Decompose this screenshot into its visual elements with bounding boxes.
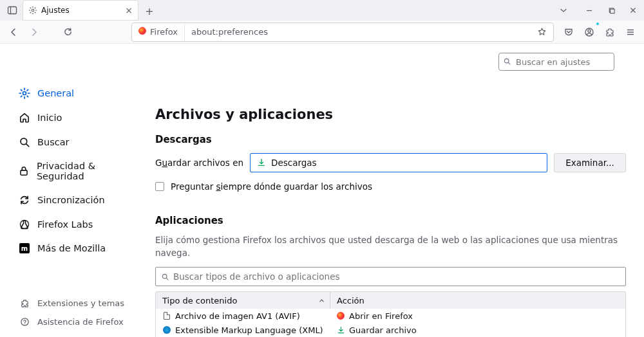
- applications-table: Tipo de contenido Acción Archivo de imag…: [155, 291, 626, 337]
- sidebar-label: Asistencia de Firefox: [37, 317, 124, 327]
- settings-search-input[interactable]: [498, 53, 614, 71]
- identity-label: Firefox: [150, 27, 178, 37]
- table-row[interactable]: Archivo de imagen AV1 (AVIF)Abrir en Fir…: [156, 309, 625, 323]
- url-bar[interactable]: Firefox about:preferences: [131, 23, 554, 42]
- extensions-button[interactable]: [600, 23, 620, 42]
- tabs-dropdown-button[interactable]: [553, 0, 574, 21]
- subsection-applications: Aplicaciones: [155, 215, 626, 226]
- forward-button[interactable]: [24, 23, 44, 42]
- sidebar-label: Extensiones y temas: [37, 298, 124, 308]
- flask-icon: [18, 219, 31, 230]
- save-to-pocket-button[interactable]: [559, 23, 578, 42]
- sync-icon: [18, 194, 31, 206]
- bookmark-star-button[interactable]: [531, 27, 553, 37]
- gear-icon: [18, 87, 31, 99]
- search-icon: [161, 273, 169, 281]
- sidebar-item-home[interactable]: Inicio: [18, 112, 140, 123]
- puzzle-icon: [18, 298, 31, 308]
- tab-title: Ajustes: [41, 6, 70, 15]
- sidebar-item-mozilla[interactable]: m Más de Mozilla: [18, 243, 140, 253]
- browse-button[interactable]: Examinar...: [554, 153, 626, 172]
- sidebar-label: Más de Mozilla: [37, 243, 106, 253]
- close-tab-button[interactable]: ×: [125, 6, 133, 15]
- sidebar-item-labs[interactable]: Firefox Labs: [18, 219, 140, 230]
- settings-sidebar: General Inicio Buscar Privacidad & Segur…: [0, 44, 145, 337]
- sidebar-label: Sincronización: [37, 195, 105, 205]
- file-type-label: Extensible Markup Language (XML): [175, 325, 323, 335]
- window-close-button[interactable]: [622, 0, 644, 21]
- table-row[interactable]: Extensible Markup Language (XML)Guardar …: [156, 323, 625, 337]
- column-header-type[interactable]: Tipo de contenido: [156, 296, 330, 305]
- lock-icon: [18, 165, 30, 177]
- svg-point-7: [588, 30, 591, 32]
- sidebar-item-privacy[interactable]: Privacidad & Seguridad: [18, 161, 140, 181]
- always-ask-label: Preguntar siempre dónde guardar los arch…: [171, 181, 372, 192]
- gear-icon: [28, 6, 37, 15]
- notification-dot-icon: [596, 22, 600, 26]
- help-icon: [18, 317, 31, 327]
- new-tab-button[interactable]: +: [140, 2, 158, 20]
- url-text: about:preferences: [185, 27, 274, 37]
- window-titlebar: Ajustes × +: [0, 0, 644, 21]
- sidebar-item-search[interactable]: Buscar: [18, 136, 140, 148]
- settings-search[interactable]: [498, 53, 614, 71]
- section-heading-files: Archivos y aplicaciones: [155, 107, 626, 122]
- svg-rect-0: [8, 7, 17, 14]
- subsection-downloads: Descargas: [155, 134, 626, 145]
- applications-description: Elija cómo gestiona Firefox los archivos…: [155, 234, 626, 259]
- download-folder-value: Descargas: [271, 158, 317, 168]
- sidebar-label: Inicio: [37, 113, 62, 123]
- window-maximize-button[interactable]: [600, 0, 622, 21]
- action-label: Abrir en Firefox: [349, 311, 413, 321]
- search-icon: [18, 136, 31, 148]
- action-label: Guardar archivo: [349, 325, 417, 335]
- file-type-icon: [162, 325, 171, 334]
- download-folder-field[interactable]: Descargas: [250, 153, 547, 172]
- svg-point-17: [24, 323, 24, 324]
- column-header-action[interactable]: Acción: [330, 292, 625, 309]
- sidebar-item-general[interactable]: General: [18, 87, 140, 99]
- always-ask-checkbox[interactable]: Preguntar siempre dónde guardar los arch…: [155, 181, 626, 192]
- applications-search-input[interactable]: [173, 271, 620, 282]
- action-icon: [336, 325, 345, 334]
- sidebar-label: Buscar: [37, 137, 70, 147]
- svg-rect-5: [610, 9, 614, 13]
- sidebar-item-sync[interactable]: Sincronización: [18, 194, 140, 206]
- svg-rect-14: [21, 170, 27, 175]
- svg-line-22: [166, 278, 168, 280]
- file-type-label: Archivo de imagen AV1 (AVIF): [175, 311, 300, 321]
- firefox-logo-icon: [138, 27, 146, 37]
- settings-main: Archivos y aplicaciones Descargas Guarda…: [145, 44, 644, 337]
- window-minimize-button[interactable]: [578, 0, 600, 21]
- applications-search[interactable]: [155, 267, 626, 286]
- back-button[interactable]: [4, 23, 23, 42]
- svg-point-15: [20, 220, 28, 228]
- account-button[interactable]: [580, 23, 599, 42]
- svg-line-13: [26, 144, 29, 147]
- svg-point-11: [23, 92, 26, 95]
- sort-asc-icon: [319, 298, 325, 304]
- sidebar-footer-extensions[interactable]: Extensiones y temas: [18, 298, 140, 308]
- save-files-label: Guardar archivos en: [155, 158, 243, 168]
- sidebar-label: Privacidad & Seguridad: [37, 161, 140, 181]
- file-type-icon: [162, 311, 171, 320]
- checkbox-icon: [155, 182, 164, 191]
- sidebar-label: General: [37, 88, 74, 98]
- navigation-toolbar: Firefox about:preferences: [0, 21, 644, 44]
- svg-point-2: [32, 9, 34, 12]
- reload-button[interactable]: [58, 23, 77, 42]
- mozilla-icon: m: [18, 243, 31, 253]
- sidebar-label: Firefox Labs: [37, 219, 93, 230]
- sidebar-toggle-button[interactable]: [3, 5, 22, 15]
- app-menu-button[interactable]: [621, 23, 640, 42]
- home-icon: [18, 112, 31, 123]
- tab-settings[interactable]: Ajustes ×: [23, 1, 138, 20]
- sidebar-footer-help[interactable]: Asistencia de Firefox: [18, 317, 140, 327]
- svg-line-19: [508, 62, 510, 64]
- action-icon: [336, 311, 345, 320]
- identity-box[interactable]: Firefox: [132, 23, 185, 41]
- download-icon: [257, 158, 266, 167]
- search-icon: [503, 57, 511, 66]
